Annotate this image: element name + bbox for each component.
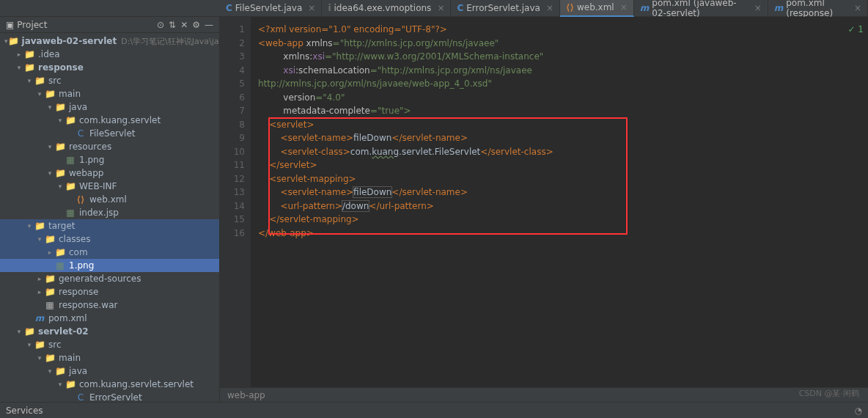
tree-label: generated-sources <box>59 274 141 284</box>
code-line[interactable]: xmlns:xsi="http://www.w3.org/2001/XMLSch… <box>258 50 868 64</box>
tree-item-main[interactable]: ▾📁main <box>0 87 219 100</box>
tree-item-errorservlet[interactable]: CErrorServlet <box>0 391 219 402</box>
file-type-icon: 📁 <box>44 234 56 244</box>
code-line[interactable]: <?xml version="1.0" encoding="UTF-8"?> <box>258 23 868 37</box>
code-line[interactable]: </servlet> <box>258 158 868 172</box>
code-line[interactable]: </web-app> <box>258 227 868 241</box>
tree-item-index-jsp[interactable]: ▦index.jsp <box>0 206 219 219</box>
code-line[interactable]: metadata-complete="true"> <box>258 104 868 118</box>
close-icon[interactable]: × <box>546 3 553 13</box>
tree-arrow-icon[interactable]: ▾ <box>45 367 54 375</box>
code-line[interactable]: </servlet-mapping> <box>258 213 868 227</box>
code-area[interactable]: 12345678910111213141516 <?xml version="1… <box>220 17 868 387</box>
code-line[interactable]: <servlet-name>fileDown</servlet-name> <box>258 186 868 199</box>
tree-arrow-icon[interactable]: ▾ <box>56 117 65 124</box>
tab-idea64-exe-vmoptions[interactable]: iidea64.exe.vmoptions× <box>322 0 451 17</box>
file-type-icon: ▦ <box>44 300 56 310</box>
tree-arrow-icon[interactable]: ▾ <box>25 222 34 230</box>
tree-item-webapp[interactable]: ▾📁webapp <box>0 166 219 180</box>
tree-item-pom-xml[interactable]: mpom.xml <box>0 312 219 325</box>
tree-label: classes <box>59 234 90 244</box>
project-tree[interactable]: ▾📁javaweb-02-servletD:\学习笔记\狂神说Java\java… <box>0 33 219 402</box>
tree-arrow-icon[interactable]: ▾ <box>15 328 23 335</box>
tree-item-javaweb-02-servlet[interactable]: ▾📁javaweb-02-servletD:\学习笔记\狂神说Java\java… <box>0 34 219 48</box>
tab-pom-xml-javaweb-02-servlet-[interactable]: mpom.xml (javaweb-02-servlet)× <box>634 0 768 17</box>
tab-fileservlet-java[interactable]: CFileServlet.java× <box>220 0 322 17</box>
breadcrumb[interactable]: web-app <box>220 387 868 402</box>
services-tab[interactable]: Services <box>6 406 43 416</box>
tree-item-response[interactable]: ▾📁response <box>0 61 219 74</box>
tree-item-target[interactable]: ▾📁target <box>0 219 219 232</box>
tree-arrow-icon[interactable]: ▾ <box>56 381 65 388</box>
tree-item-fileservlet[interactable]: CFileServlet <box>0 127 219 140</box>
tree-item-classes[interactable]: ▾📁classes <box>0 232 219 246</box>
tree-item-com[interactable]: ▸📁com <box>0 246 219 259</box>
project-title: Project <box>17 20 154 30</box>
code-line[interactable]: <url-pattern>/down</url-pattern> <box>258 199 868 213</box>
tree-arrow-icon[interactable]: ▾ <box>45 169 54 177</box>
tree-arrow-icon[interactable]: ▾ <box>15 64 23 71</box>
tree-arrow-icon[interactable]: ▾ <box>35 354 44 362</box>
event-log-icon[interactable]: ◔ <box>855 406 862 416</box>
code-line[interactable]: <servlet-mapping> <box>258 172 868 186</box>
tree-item-java[interactable]: ▾📁java <box>0 364 219 378</box>
close-icon[interactable]: × <box>854 3 861 13</box>
select-opened-icon[interactable]: ⊙ <box>157 20 164 30</box>
close-icon[interactable]: × <box>437 3 444 13</box>
settings-icon[interactable]: ⚙ <box>192 20 200 30</box>
code-line[interactable]: <web-app xmlns="http://xmlns.jcp.org/xml… <box>258 37 868 51</box>
breadcrumb-item[interactable]: web-app <box>227 390 265 400</box>
tree-arrow-icon[interactable]: ▸ <box>35 275 44 282</box>
code-line[interactable]: <servlet-name>fileDown</servlet-name> <box>258 131 868 145</box>
code-line[interactable]: http://xmlns.jcp.org/xml/ns/javaee/web-a… <box>258 77 868 91</box>
tree-item-java[interactable]: ▾📁java <box>0 100 219 114</box>
tree-item-src[interactable]: ▾📁src <box>0 74 219 87</box>
tree-item-web-inf[interactable]: ▾📁WEB-INF <box>0 180 219 193</box>
expand-icon[interactable]: ⇅ <box>169 20 176 30</box>
hide-icon[interactable]: — <box>205 20 213 30</box>
close-icon[interactable]: × <box>620 2 628 12</box>
tree-arrow-icon[interactable]: ▾ <box>45 103 54 111</box>
tree-arrow-icon[interactable]: ▾ <box>56 183 65 190</box>
tree-arrow-icon[interactable]: ▸ <box>15 51 23 58</box>
file-type-icon: 📁 <box>54 102 66 112</box>
code-line[interactable]: <servlet> <box>258 118 868 132</box>
tree-label: response <box>38 62 84 73</box>
tree-item-1-png[interactable]: ▦1.png <box>0 259 219 272</box>
close-icon[interactable]: × <box>754 3 762 13</box>
tree-item-1-png[interactable]: ▦1.png <box>0 153 219 166</box>
code-line[interactable]: version="4.0" <box>258 91 868 105</box>
file-type-icon: 📁 <box>44 287 56 297</box>
tree-arrow-icon[interactable]: ▸ <box>45 249 54 256</box>
tab-pom-xml-response-[interactable]: mpom.xml (response)× <box>768 0 868 17</box>
tree-arrow-icon[interactable]: ▾ <box>25 341 34 348</box>
code-line[interactable]: xsi:schemaLocation="http://xmlns.jcp.org… <box>258 64 868 78</box>
tree-item-main[interactable]: ▾📁main <box>0 351 219 364</box>
file-type-icon: 📁 <box>23 62 35 73</box>
tree-item--idea[interactable]: ▸📁.idea <box>0 48 219 61</box>
tree-item-resources[interactable]: ▾📁resources <box>0 140 219 153</box>
tree-item-src[interactable]: ▾📁src <box>0 338 219 351</box>
tree-label: .idea <box>38 49 60 59</box>
tree-arrow-icon[interactable]: ▾ <box>25 77 34 84</box>
inspection-check-icon[interactable]: ✓ 1 <box>847 23 864 37</box>
code[interactable]: <?xml version="1.0" encoding="UTF-8"?><w… <box>251 17 868 387</box>
tree-arrow-icon[interactable]: ▾ <box>45 143 54 150</box>
tree-item-com-kuang-servlet-servlet[interactable]: ▾📁com.kuang.servlet.servlet <box>0 378 219 391</box>
code-line[interactable]: <servlet-class>com.kuang.servlet.FileSer… <box>258 145 868 159</box>
tree-item-response[interactable]: ▸📁response <box>0 285 219 298</box>
tab-errorservlet-java[interactable]: CErrorServlet.java× <box>451 0 560 17</box>
tree-item-response-war[interactable]: ▦response.war <box>0 298 219 312</box>
tree-arrow-icon[interactable]: ▾ <box>35 235 44 243</box>
close-icon[interactable]: × <box>308 3 315 13</box>
tree-item-generated-sources[interactable]: ▸📁generated-sources <box>0 272 219 285</box>
tree-item-web-xml[interactable]: ⟨⟩web.xml <box>0 193 219 206</box>
tab-web-xml[interactable]: ⟨⟩web.xml× <box>560 0 634 17</box>
tree-item-servlet-02[interactable]: ▾📁servlet-02 <box>0 325 219 338</box>
collapse-icon[interactable]: ✕ <box>180 20 188 30</box>
tree-item-com-kuang-servlet[interactable]: ▾📁com.kuang.servlet <box>0 114 219 127</box>
status-bar: Services ◔ <box>0 402 868 418</box>
tree-arrow-icon[interactable]: ▾ <box>35 90 44 98</box>
tree-label: WEB-INF <box>79 181 117 191</box>
tree-arrow-icon[interactable]: ▸ <box>35 288 44 296</box>
